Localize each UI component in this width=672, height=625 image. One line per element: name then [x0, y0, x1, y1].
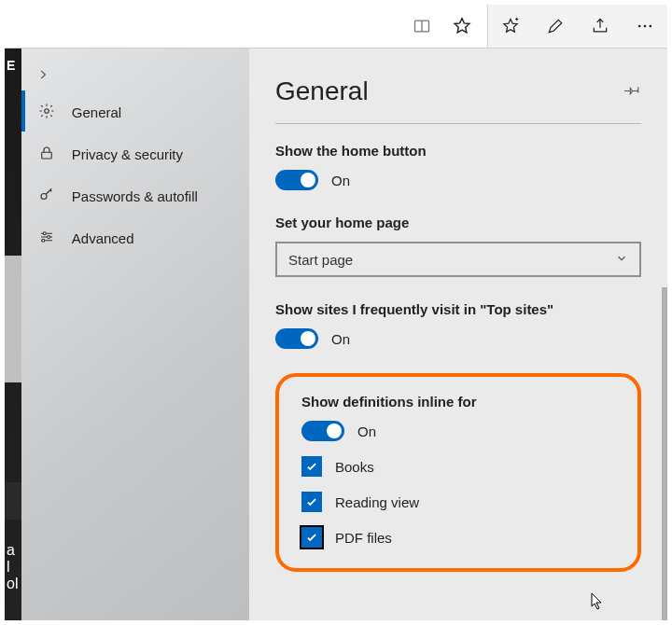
share-icon[interactable]	[578, 5, 623, 48]
background-page-sliver: alol	[5, 49, 21, 620]
vertical-scrollbar[interactable]	[662, 287, 667, 623]
sidebar-item-privacy[interactable]: Privacy & security	[21, 133, 249, 175]
section-title: Set your home page	[275, 215, 641, 230]
notes-icon[interactable]	[533, 5, 578, 48]
toggle-state-label: On	[331, 173, 350, 188]
sidebar-item-passwords[interactable]: Passwords & autofill	[21, 175, 249, 217]
gear-icon	[38, 103, 55, 122]
checkbox-label: Reading view	[335, 494, 419, 510]
more-icon[interactable]	[623, 5, 667, 48]
sidebar-item-label: Privacy & security	[72, 146, 183, 162]
sidebar-item-label: General	[72, 104, 121, 120]
browser-toolbar	[5, 5, 667, 49]
svg-point-8	[48, 236, 50, 239]
reading-view-icon[interactable]	[413, 17, 431, 35]
section-title: Show sites I frequently visit in "Top si…	[275, 301, 641, 317]
active-indicator	[21, 90, 25, 132]
home-page-section: Set your home page Start page	[275, 215, 641, 277]
books-checkbox[interactable]	[301, 456, 322, 477]
pin-icon[interactable]	[624, 81, 641, 102]
sliders-icon	[38, 229, 55, 248]
checkbox-label: PDF files	[335, 530, 392, 546]
key-icon	[38, 187, 55, 206]
chevron-down-icon	[615, 252, 628, 268]
svg-point-2	[644, 25, 647, 28]
toggle-state-label: On	[331, 331, 350, 347]
lock-icon	[38, 145, 55, 164]
svg-point-1	[638, 25, 641, 28]
address-bar-area	[5, 5, 488, 48]
svg-point-6	[41, 194, 47, 200]
svg-point-3	[650, 25, 652, 28]
settings-sidebar: General Privacy & security Passwords & a…	[21, 49, 249, 620]
reading-view-checkbox[interactable]	[301, 492, 322, 512]
definitions-toggle[interactable]	[301, 421, 344, 441]
home-button-toggle[interactable]	[275, 170, 318, 190]
home-page-select[interactable]: Start page	[275, 242, 641, 277]
section-title: Show definitions inline for	[301, 394, 615, 410]
top-sites-section: Show sites I frequently visit in "Top si…	[275, 301, 641, 349]
svg-point-4	[45, 109, 49, 114]
collapse-button[interactable]	[21, 58, 249, 91]
settings-content: General Show the home button On Set your…	[249, 49, 667, 620]
top-sites-toggle[interactable]	[275, 328, 318, 349]
mouse-cursor	[591, 592, 606, 615]
sidebar-item-advanced[interactable]: Advanced	[21, 217, 249, 259]
page-title: General	[275, 76, 369, 106]
section-title: Show the home button	[275, 143, 641, 159]
checkbox-label: Books	[335, 459, 374, 475]
toggle-state-label: On	[357, 424, 376, 439]
pdf-files-checkbox[interactable]	[301, 527, 322, 548]
svg-point-9	[42, 239, 45, 242]
svg-rect-5	[42, 152, 52, 159]
home-button-section: Show the home button On	[275, 143, 641, 190]
select-value: Start page	[288, 252, 353, 268]
toolbar-actions	[488, 5, 667, 48]
sidebar-item-label: Passwords & autofill	[72, 188, 198, 204]
add-favorites-icon[interactable]	[488, 5, 533, 48]
svg-point-7	[43, 232, 46, 235]
sidebar-item-label: Advanced	[72, 230, 134, 246]
sidebar-item-general[interactable]: General	[21, 91, 249, 133]
definitions-section-highlight: Show definitions inline for On Books Rea…	[275, 373, 641, 572]
favorite-star-icon[interactable]	[452, 16, 472, 36]
